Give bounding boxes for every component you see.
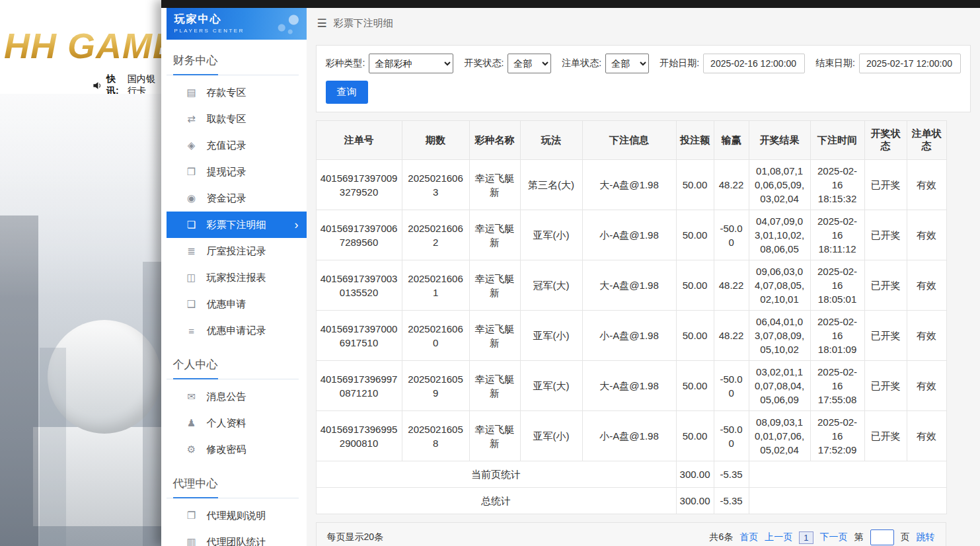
- sidebar-item-agent-rules[interactable]: ❐代理规则说明: [167, 502, 307, 529]
- top-dark-strip: [161, 0, 980, 8]
- search-button[interactable]: 查询: [326, 81, 368, 104]
- sidebar-item-withdraw[interactable]: ⇄取款专区: [167, 106, 307, 132]
- sidebar-item-agent-team-stats[interactable]: ▥代理团队统计: [167, 529, 307, 546]
- sidebar-item-player-bet-report[interactable]: ◫玩家投注报表: [167, 264, 307, 291]
- table-row: 40156917396997087121020250216059幸运飞艇新亚军(…: [316, 361, 946, 411]
- cell-order_no: 401569173969952900810: [316, 411, 402, 461]
- cell-amount: 50.00: [676, 311, 714, 361]
- cell-winloss: -50.00: [714, 361, 749, 411]
- jump-prefix: 第: [854, 531, 864, 543]
- current-page-badge[interactable]: 1: [799, 531, 813, 544]
- table-row: 40156917397006728956020250216062幸运飞艇新亚军(…: [316, 210, 946, 260]
- sidebar-item-label: 充值记录: [207, 139, 246, 152]
- photo-haze: [0, 94, 161, 546]
- start-date-input[interactable]: [703, 54, 805, 73]
- sidebar-item-label: 个人资料: [207, 417, 246, 430]
- section-title: 个人中心: [167, 353, 299, 379]
- end-date-input[interactable]: [859, 54, 961, 73]
- sidebar-item-profile[interactable]: ♟个人资料: [167, 410, 307, 436]
- main-content: ☰ 彩票下注明细 彩种类型: 全部彩种 开奖状态: 全部: [307, 8, 980, 546]
- sidebar-item-fund-records[interactable]: ◉资金记录: [167, 185, 307, 212]
- table-row: 40156917397009327952020250216063幸运飞艇新第三名…: [316, 160, 946, 210]
- cell-time: 2025-02-16 18:15:32: [810, 160, 864, 210]
- cell-draw_status: 已开奖: [864, 160, 907, 210]
- column-header: 下注时间: [810, 121, 864, 160]
- sidebar-item-hall-bet-records[interactable]: ≣厅室投注记录: [167, 238, 307, 264]
- first-page-link[interactable]: 首页: [739, 531, 758, 543]
- cell-amount: 50.00: [676, 361, 714, 411]
- recharge-icon: ◈: [185, 139, 198, 151]
- bet-table-wrap: 注单号期数彩种名称玩法下注信息投注额输赢开奖结果下注时间开奖状态注单状态 401…: [316, 120, 971, 514]
- cell-draw_status: 已开奖: [864, 260, 907, 311]
- sidebar-item-withdrawal-records[interactable]: ❒提现记录: [167, 159, 307, 185]
- bank-card-icon: ▤: [185, 87, 198, 98]
- cell-draw_status: 已开奖: [864, 210, 907, 260]
- table-row: 40156917397003013552020250216061幸运飞艇新冠军(…: [316, 260, 946, 311]
- jump-button[interactable]: 跳转: [917, 531, 935, 543]
- sidebar-item-label: 消息公告: [207, 391, 246, 403]
- cell-lottery: 幸运飞艇新: [469, 361, 520, 411]
- sidebar-item-deposit[interactable]: ▤存款专区: [167, 79, 307, 106]
- total-count-text: 共6条: [710, 531, 734, 543]
- cell-lottery: 幸运飞艇新: [469, 210, 520, 260]
- draw-status-select[interactable]: 全部: [508, 54, 551, 73]
- content-area: 彩种类型: 全部彩种 开奖状态: 全部 注单状态: 全部: [307, 38, 980, 546]
- players-center-header: 玩家中心 PLAYERS CENTER: [167, 8, 307, 40]
- prev-page-link[interactable]: 上一页: [765, 531, 792, 543]
- order-status-select[interactable]: 全部: [605, 54, 649, 73]
- cell-time: 2025-02-16 17:52:09: [810, 411, 864, 461]
- next-page-link[interactable]: 下一页: [820, 531, 848, 543]
- page-jump-input[interactable]: [870, 529, 894, 545]
- sidebar-item-change-password[interactable]: ⚙修改密码: [167, 436, 307, 463]
- page-summary-row: 当前页统计 300.00 -5.35: [316, 461, 946, 488]
- cell-result: 03,02,01,10,07,08,04,05,06,09: [749, 361, 810, 411]
- cell-lottery: 幸运飞艇新: [469, 160, 520, 210]
- sidebar-item-messages[interactable]: ✉消息公告: [167, 383, 307, 410]
- stats-icon: ▥: [185, 536, 198, 546]
- cell-time: 2025-02-16 18:05:01: [810, 260, 864, 311]
- cell-play: 亚军(小): [520, 411, 582, 461]
- cell-draw_status: 已开奖: [864, 361, 907, 411]
- page-summary-bet: 300.00: [676, 461, 714, 488]
- cell-order_no: 401569173970006917510: [316, 311, 402, 361]
- cell-result: 01,08,07,10,06,05,09,03,02,04: [749, 160, 810, 210]
- cell-result: 09,06,03,04,07,08,05,02,10,01: [749, 260, 810, 311]
- cell-amount: 50.00: [676, 210, 714, 260]
- cell-bet_info: 小-A盘@1.98: [582, 210, 676, 260]
- page-title: 彩票下注明细: [334, 17, 393, 30]
- cell-bet_info: 大-A盘@1.98: [582, 260, 676, 311]
- cell-amount: 50.00: [676, 411, 714, 461]
- sidebar-item-label: 代理规则说明: [207, 510, 266, 522]
- promo-list-icon: ≡: [185, 325, 198, 336]
- start-date-label: 开始日期:: [660, 58, 699, 69]
- cell-order_status: 有效: [907, 311, 946, 361]
- end-date-label: 结束日期:: [815, 58, 855, 69]
- column-header: 输赢: [714, 121, 749, 160]
- cell-winloss: -50.00: [714, 210, 749, 260]
- sidebar-item-lottery-bet-details[interactable]: ❏彩票下注明细›: [167, 212, 307, 238]
- section-title: 财务中心: [167, 49, 299, 75]
- cell-lottery: 幸运飞艇新: [469, 311, 520, 361]
- cell-play: 亚军(小): [520, 210, 582, 260]
- cell-play: 第三名(大): [520, 160, 582, 210]
- news-ticker: 快讯: 国内银行卡: [0, 77, 161, 94]
- sidebar: 玩家中心 PLAYERS CENTER 财务中心▤存款专区⇄取款专区◈充值记录❒…: [161, 8, 307, 546]
- sidebar-nav: 财务中心▤存款专区⇄取款专区◈充值记录❒提现记录◉资金记录❏彩票下注明细›≣厅室…: [161, 49, 307, 546]
- bet-table: 注单号期数彩种名称玩法下注信息投注额输赢开奖结果下注时间开奖状态注单状态 401…: [316, 120, 947, 514]
- cell-time: 2025-02-16 18:11:12: [810, 210, 864, 260]
- cell-period: 20250216058: [402, 411, 469, 461]
- sidebar-item-promo-apply-records[interactable]: ≡优惠申请记录: [167, 317, 307, 344]
- cell-lottery: 幸运飞艇新: [469, 411, 520, 461]
- sidebar-item-recharge-records[interactable]: ◈充值记录: [167, 132, 307, 159]
- menu-toggle-icon[interactable]: ☰: [317, 17, 327, 30]
- cell-order_status: 有效: [907, 361, 946, 411]
- sidebar-item-promo-apply[interactable]: ❑优惠申请: [167, 291, 307, 317]
- cell-order_status: 有效: [907, 260, 946, 311]
- sidebar-item-label: 存款专区: [207, 87, 246, 99]
- lottery-type-select[interactable]: 全部彩种: [369, 54, 453, 73]
- site-logo: HH GAME: [4, 25, 161, 66]
- cell-time: 2025-02-16 17:55:08: [810, 361, 864, 411]
- lottery-type-label: 彩种类型:: [326, 58, 365, 69]
- sidebar-item-label: 玩家投注报表: [207, 272, 266, 284]
- draw-status-label: 开奖状态:: [464, 58, 504, 69]
